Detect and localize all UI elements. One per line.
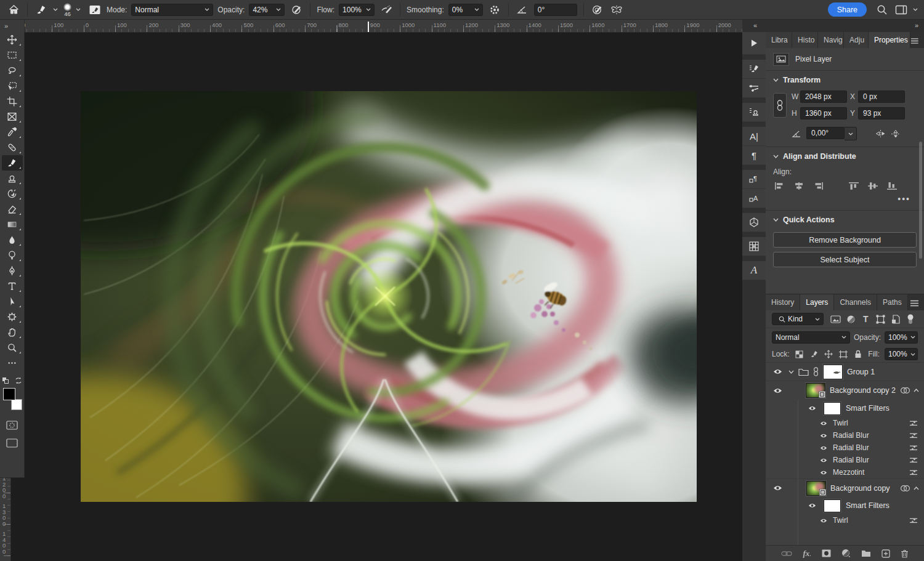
brush-preview[interactable]: 46 (63, 3, 71, 17)
layer-row-group-1[interactable]: Group 1 (766, 363, 924, 381)
lock-move-icon[interactable] (824, 350, 834, 358)
panel-menu-icon[interactable] (910, 300, 919, 307)
lock-paint-icon[interactable] (809, 350, 819, 358)
workspace-icon[interactable] (894, 2, 909, 17)
paint-symmetry-icon[interactable] (609, 2, 624, 17)
filter-name[interactable]: Twirl (833, 419, 848, 427)
layer-thumbnail[interactable] (806, 383, 825, 398)
smart-filters-row[interactable]: Smart Filters (766, 400, 924, 417)
rotation-dropdown[interactable] (845, 127, 857, 140)
chevron-down-icon[interactable] (76, 8, 81, 11)
shape-filter-icon[interactable] (873, 315, 888, 324)
smart-filter-icon[interactable] (900, 387, 910, 394)
visibility-eye-icon[interactable] (771, 387, 784, 394)
x-field[interactable]: 0 px (858, 91, 905, 103)
layer-row-background-copy[interactable]: Background copy (766, 478, 924, 497)
tool-type[interactable] (2, 278, 23, 294)
panel-menu-icon[interactable] (910, 38, 919, 44)
tool-eyedropper[interactable] (2, 124, 23, 140)
visibility-eye-icon[interactable] (819, 458, 829, 463)
smoothing-gear-icon[interactable] (487, 2, 502, 17)
tool-crop[interactable] (2, 94, 23, 109)
filter-name[interactable]: Radial Blur (833, 431, 869, 440)
smart-filter-row[interactable]: Twirl (766, 514, 924, 527)
toolbar-expand-button[interactable]: » (0, 20, 24, 32)
collapse-filters-chevron[interactable] (914, 389, 919, 392)
remove-background-button[interactable]: Remove Background (773, 232, 917, 248)
tool-object-selection[interactable] (2, 78, 23, 94)
character-styles-icon[interactable]: A (742, 189, 766, 208)
tool-custom-shape[interactable] (2, 309, 23, 325)
adjustment-layer-icon[interactable] (841, 549, 851, 558)
color-swatches[interactable] (2, 388, 23, 410)
actions-play-icon[interactable] (742, 32, 766, 55)
tool-blur[interactable] (2, 232, 23, 248)
smart-filter-mask-thumbnail[interactable] (824, 402, 841, 415)
filter-blend-options-icon[interactable] (909, 469, 918, 476)
collapse-filters-chevron[interactable] (914, 486, 919, 490)
adjustment-filter-icon[interactable] (843, 315, 858, 324)
width-field[interactable]: 2048 px (800, 91, 847, 103)
smart-object-filter-icon[interactable] (888, 315, 903, 324)
tab-paths[interactable]: Paths (877, 294, 908, 310)
filter-blend-options-icon[interactable] (909, 419, 918, 427)
tab-libraries[interactable]: Libra (766, 32, 792, 48)
link-dimensions-icon[interactable] (773, 93, 787, 118)
tool-dodge[interactable] (2, 248, 23, 263)
foreground-color-swatch[interactable] (3, 388, 15, 400)
select-subject-button[interactable]: Select Subject (773, 252, 917, 267)
lock-all-icon[interactable] (853, 350, 863, 358)
visibility-eye-icon[interactable] (805, 405, 819, 411)
toggle-brush-panel-icon[interactable] (87, 2, 102, 17)
tool-gradient[interactable] (2, 217, 23, 232)
delete-layer-icon[interactable] (901, 549, 909, 558)
character-icon[interactable]: A| (742, 127, 766, 146)
quick-mask-button[interactable] (2, 418, 23, 433)
blend-mode-select[interactable]: Normal (772, 331, 850, 344)
tool-lasso[interactable] (2, 63, 23, 78)
tool-clone-stamp[interactable] (2, 171, 23, 186)
layer-opacity-select[interactable]: 100% (885, 331, 918, 344)
brushes-icon[interactable] (742, 79, 766, 98)
align-right-icon[interactable] (813, 182, 824, 190)
smart-filter-row[interactable]: Radial Blur (766, 442, 924, 454)
visibility-eye-icon[interactable] (819, 518, 829, 523)
mode-select[interactable]: Normal (131, 4, 213, 16)
default-colors-icon[interactable] (2, 377, 10, 384)
layer-name[interactable]: Group 1 (847, 368, 875, 376)
filter-blend-options-icon[interactable] (909, 517, 918, 524)
align-center-horizontal-icon[interactable] (793, 182, 804, 190)
height-field[interactable]: 1360 px (800, 107, 847, 119)
align-top-icon[interactable] (848, 182, 859, 190)
new-layer-icon[interactable] (881, 549, 890, 558)
tool-eraser[interactable] (2, 201, 23, 217)
tool-move[interactable] (2, 32, 23, 47)
pasteboard[interactable] (0, 33, 742, 561)
quick-actions-header[interactable]: Quick Actions (766, 211, 924, 229)
pressure-opacity-icon[interactable] (289, 2, 304, 17)
tool-frame[interactable] (2, 109, 23, 124)
align-left-icon[interactable] (774, 182, 785, 190)
glyphs-icon[interactable]: A (742, 261, 766, 280)
tab-layers[interactable]: Layers (800, 294, 834, 310)
angle-field[interactable]: 0° (534, 4, 577, 16)
visibility-eye-icon[interactable] (805, 502, 819, 509)
flip-horizontal-icon[interactable] (875, 129, 886, 138)
tool-history-brush[interactable] (2, 186, 23, 201)
tab-navigator[interactable]: Navig (818, 32, 844, 48)
tool-pen[interactable] (2, 263, 23, 278)
3d-icon[interactable] (742, 213, 766, 232)
layer-style-fx-icon[interactable]: fx. (803, 549, 811, 559)
filter-name[interactable]: Mezzotint (833, 468, 864, 477)
fill-select[interactable]: 100% (885, 348, 918, 360)
lock-artboard-icon[interactable] (838, 350, 848, 358)
tab-adjustments[interactable]: Adju (844, 32, 869, 48)
visibility-eye-icon[interactable] (771, 485, 784, 491)
horizontal-ruler[interactable]: 0100010020030040050060070080090010001100… (0, 20, 742, 33)
canvas-image[interactable] (81, 91, 697, 502)
layer-name[interactable]: Background copy (830, 484, 890, 493)
align-middle-vertical-icon[interactable] (867, 182, 878, 190)
clone-source-icon[interactable] (742, 103, 766, 122)
paragraph-styles-icon[interactable]: ¶ (742, 170, 766, 189)
visibility-eye-icon[interactable] (819, 433, 829, 438)
